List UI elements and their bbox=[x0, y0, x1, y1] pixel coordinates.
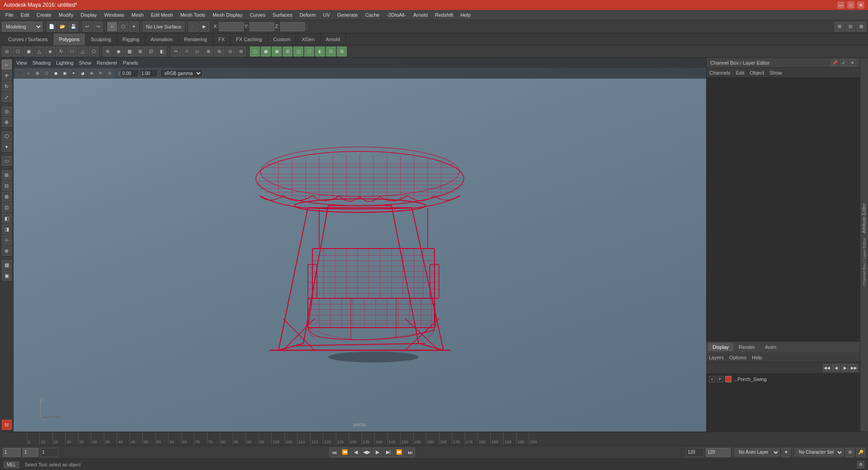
mesh-icon-9[interactable]: ⬡ bbox=[89, 47, 99, 56]
select-comp-6[interactable]: ⬡ bbox=[304, 47, 314, 56]
shading-menu[interactable]: Shading bbox=[33, 60, 51, 66]
vp-shadow-btn[interactable]: ◕ bbox=[79, 69, 87, 77]
select-comp-8[interactable]: ⊟ bbox=[326, 47, 336, 56]
layer-next-btn[interactable]: ▶ bbox=[841, 364, 849, 372]
edit-mesh-4[interactable]: ⊗ bbox=[203, 47, 213, 56]
menu-item-arnold[interactable]: Arnold bbox=[410, 11, 431, 19]
mesh-icon-1[interactable]: ◎ bbox=[2, 47, 12, 56]
menu-item-create[interactable]: Create bbox=[33, 11, 55, 19]
select-tool-btn[interactable]: ▹ bbox=[2, 60, 12, 70]
menu-item-file[interactable]: File bbox=[2, 11, 17, 19]
minimize-button[interactable]: — bbox=[837, 1, 844, 9]
mesh-icon-5[interactable]: ◈ bbox=[45, 47, 55, 56]
z-input[interactable] bbox=[280, 22, 305, 31]
mesh-icon-6[interactable]: ↻ bbox=[56, 47, 66, 56]
maximize-button[interactable]: □ bbox=[847, 1, 854, 9]
tool-8[interactable]: ⊗ bbox=[2, 246, 12, 256]
play-forward-button[interactable]: ▶ bbox=[373, 447, 382, 457]
current-frame-input[interactable] bbox=[23, 448, 38, 457]
vp-wireframe-btn[interactable]: ⬡ bbox=[42, 69, 51, 77]
mesh-icon-7[interactable]: ⬭ bbox=[67, 47, 77, 56]
tool-6[interactable]: ◨ bbox=[2, 224, 12, 234]
prev-key-button[interactable]: ⏪ bbox=[340, 447, 350, 457]
menu-item-uv[interactable]: UV bbox=[319, 11, 333, 19]
select-comp-7[interactable]: ◐ bbox=[315, 47, 325, 56]
soft-select-btn[interactable]: ◎ bbox=[2, 106, 12, 116]
panels-menu[interactable]: Panels bbox=[123, 60, 138, 66]
display-tab[interactable]: Display bbox=[708, 343, 733, 351]
vp-aa-btn[interactable]: ↻ bbox=[97, 69, 105, 77]
menu-item-surfaces[interactable]: Surfaces bbox=[269, 11, 296, 19]
lighting-menu[interactable]: Lighting bbox=[56, 60, 74, 66]
char-set-options-btn[interactable]: ⚙ bbox=[845, 448, 854, 457]
next-key-button[interactable]: ⏩ bbox=[394, 447, 404, 457]
view-menu[interactable]: View bbox=[16, 60, 27, 66]
command-options-btn[interactable]: ⚙ bbox=[857, 461, 864, 468]
y-input[interactable] bbox=[250, 22, 274, 31]
lasso-btn[interactable]: ⬡ bbox=[2, 131, 12, 141]
jump-to-start-button[interactable]: ⏮ bbox=[329, 447, 339, 457]
tool-10[interactable]: ▣ bbox=[2, 271, 12, 281]
render-tab[interactable]: Render bbox=[734, 343, 760, 351]
select-comp-1[interactable]: ◻ bbox=[250, 47, 260, 56]
vp-ao-btn[interactable]: ⊕ bbox=[88, 69, 96, 77]
play-back-button[interactable]: ◀▶ bbox=[362, 447, 372, 457]
step-back-button[interactable]: ◀ bbox=[351, 447, 361, 457]
object-tab[interactable]: Object bbox=[750, 70, 764, 75]
mode-select[interactable]: Modeling bbox=[2, 22, 42, 32]
tab-fx[interactable]: FX bbox=[213, 33, 231, 45]
help-subtab[interactable]: Help bbox=[752, 355, 762, 360]
edit-tab[interactable]: Edit bbox=[736, 70, 744, 75]
gamma-select[interactable]: sRGB gamma bbox=[160, 69, 203, 77]
tool-1[interactable]: ⊞ bbox=[2, 170, 12, 180]
edit-mesh-3[interactable]: ▷ bbox=[193, 47, 203, 56]
menu-item-display[interactable]: Display bbox=[77, 11, 100, 19]
select-comp-5[interactable]: ◫ bbox=[293, 47, 303, 56]
paint-tool[interactable]: ✦ bbox=[129, 22, 139, 32]
menu-item-mesh-display[interactable]: Mesh Display bbox=[209, 11, 246, 19]
sculpt-btn[interactable]: ⬭ bbox=[2, 156, 12, 166]
anim-tab[interactable]: Anim bbox=[760, 343, 781, 351]
gamma-input[interactable] bbox=[140, 69, 158, 77]
x-input[interactable] bbox=[219, 22, 244, 31]
layers-subtab[interactable]: Layers bbox=[709, 355, 724, 360]
tool-4[interactable]: ⊡ bbox=[2, 202, 12, 212]
vp-texture-btn[interactable]: ▣ bbox=[61, 69, 69, 77]
menu-item-modify[interactable]: Modify bbox=[55, 11, 77, 19]
tab-polygons[interactable]: Polygons bbox=[53, 33, 85, 45]
scale-tool-btn[interactable]: ⤢ bbox=[2, 92, 12, 102]
range-start-input[interactable] bbox=[40, 448, 58, 457]
menu-item-windows[interactable]: Windows bbox=[100, 11, 128, 19]
mesh-icon-8[interactable]: △ bbox=[78, 47, 88, 56]
edit-mesh-6[interactable]: ⊙ bbox=[225, 47, 235, 56]
new-scene-button[interactable]: 📄 bbox=[47, 22, 57, 32]
char-set-select[interactable]: No Character Set bbox=[795, 448, 844, 456]
offset-input[interactable] bbox=[121, 69, 139, 77]
tab-fx-caching[interactable]: FX Caching bbox=[231, 33, 268, 45]
select-comp-3[interactable]: ▣ bbox=[272, 47, 282, 56]
menu-item-help[interactable]: Help bbox=[457, 11, 474, 19]
mesh-icon-11[interactable]: ◉ bbox=[113, 47, 123, 56]
close-cb-button[interactable]: ✕ bbox=[849, 59, 856, 66]
edit-mesh-5[interactable]: ⊘ bbox=[214, 47, 224, 56]
menu-item-edit-mesh[interactable]: Edit Mesh bbox=[147, 11, 177, 19]
layer-render-toggle[interactable]: P bbox=[717, 376, 723, 382]
mesh-icon-2[interactable]: ⬡ bbox=[13, 47, 23, 56]
layer-prev-btn[interactable]: ◀◀ bbox=[823, 364, 831, 372]
menu-item-curves[interactable]: Curves bbox=[246, 11, 269, 19]
save-button[interactable]: 💾 bbox=[68, 22, 78, 32]
menu-item-mesh-tools[interactable]: Mesh Tools bbox=[177, 11, 209, 19]
maya-logo-btn[interactable]: M bbox=[2, 420, 12, 430]
mesh-icon-14[interactable]: ⊡ bbox=[146, 47, 156, 56]
menu-item--3dtoall-[interactable]: -3DtoAll- bbox=[383, 11, 410, 19]
vp-cam-btn[interactable]: 🎥 bbox=[15, 69, 24, 77]
mesh-icon-4[interactable]: △ bbox=[34, 47, 44, 56]
lasso-tool[interactable]: ⬡ bbox=[118, 22, 128, 32]
vp-grid-btn[interactable]: ⊞ bbox=[33, 69, 42, 77]
tab-sculpting[interactable]: Sculpting bbox=[85, 33, 117, 45]
vp-light-btn[interactable]: ✦ bbox=[70, 69, 78, 77]
tab-rigging[interactable]: Rigging bbox=[117, 33, 145, 45]
tab-custom[interactable]: Custom bbox=[268, 33, 297, 45]
autokey-btn[interactable]: 🔑 bbox=[856, 448, 865, 457]
anim-layer-btn[interactable]: ▼ bbox=[782, 448, 791, 457]
